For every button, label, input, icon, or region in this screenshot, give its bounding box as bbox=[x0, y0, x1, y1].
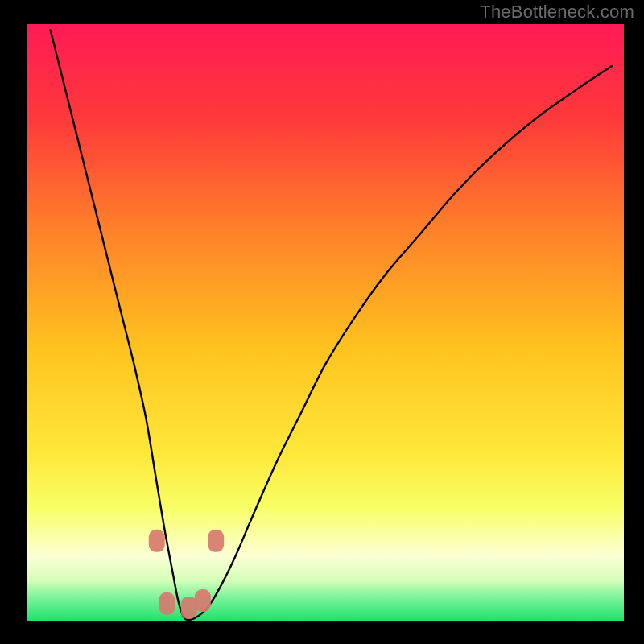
watermark-text: TheBottleneck.com bbox=[480, 2, 634, 23]
marker-1 bbox=[159, 592, 175, 615]
plot-area bbox=[27, 24, 624, 621]
marker-0 bbox=[149, 530, 165, 552]
marker-2 bbox=[181, 597, 197, 619]
marker-3 bbox=[195, 589, 211, 612]
chart-svg bbox=[0, 0, 644, 644]
chart-frame: TheBottleneck.com bbox=[0, 0, 644, 644]
marker-4 bbox=[208, 530, 224, 552]
